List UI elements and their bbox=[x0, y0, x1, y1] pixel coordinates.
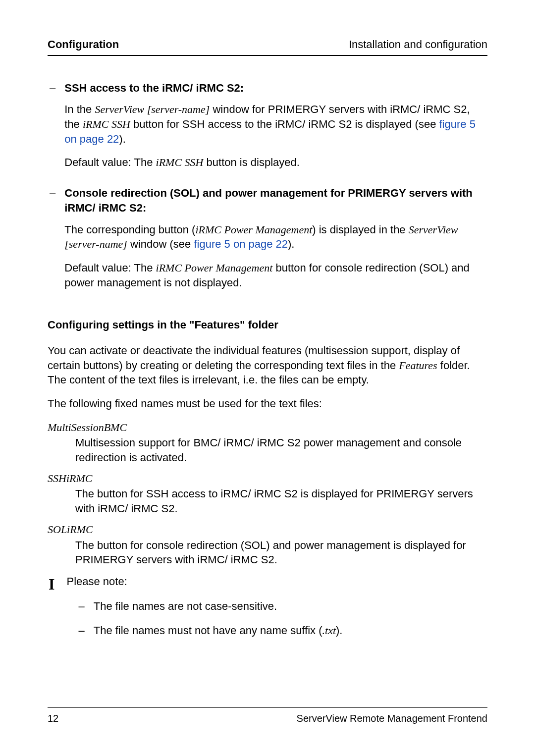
def-body-solirmc: The button for console redirection (SOL)… bbox=[75, 538, 487, 567]
paragraph: The following fixed names must be used f… bbox=[48, 396, 487, 411]
bullet-item-ssh: – SSH access to the iRMC/ iRMC S2: In th… bbox=[48, 81, 487, 179]
paragraph: You can activate or deactivate the indiv… bbox=[48, 343, 487, 387]
def-term-sshirmc: SSHiRMC bbox=[48, 471, 487, 486]
page-number: 12 bbox=[48, 712, 58, 725]
bullet-dash-icon: – bbox=[78, 599, 84, 614]
note-block: I Please note: – The file names are not … bbox=[48, 574, 487, 638]
bullet-dash-icon: – bbox=[50, 186, 55, 201]
info-icon: I bbox=[49, 576, 54, 638]
def-body-sshirmc: The button for SSH access to iRMC/ iRMC … bbox=[75, 486, 487, 516]
note-bullet: – The file names must not have any name … bbox=[78, 623, 487, 638]
note-bullet: – The file names are not case-sensitive. bbox=[78, 599, 487, 614]
def-body-multisession: Multisession support for BMC/ iRMC/ iRMC… bbox=[75, 435, 487, 465]
note-content: Please note: – The file names are not ca… bbox=[66, 574, 487, 638]
link-figure5[interactable]: figure 5 on page 22 bbox=[194, 238, 288, 250]
note-lead: Please note: bbox=[66, 574, 487, 589]
paragraph: The corresponding button (iRMC Power Man… bbox=[64, 222, 487, 252]
def-term-solirmc: SOLiRMC bbox=[48, 522, 487, 537]
bullet-content: Console redirection (SOL) and power mana… bbox=[64, 186, 487, 299]
footer-title: ServerView Remote Management Frontend bbox=[297, 712, 487, 725]
def-term-multisession: MultiSessionBMC bbox=[48, 420, 487, 435]
bullet-title-sol: Console redirection (SOL) and power mana… bbox=[64, 186, 487, 215]
bullet-title-ssh: SSH access to the iRMC/ iRMC S2: bbox=[64, 81, 487, 96]
bullet-dash-icon: – bbox=[78, 623, 84, 638]
heading-features: Configuring settings in the "Features" f… bbox=[48, 318, 487, 332]
header-chapter-title: Installation and configuration bbox=[349, 37, 487, 52]
page-footer: 12 ServerView Remote Management Frontend bbox=[48, 707, 487, 725]
bullet-content: SSH access to the iRMC/ iRMC S2: In the … bbox=[64, 81, 487, 179]
header-section-title: Configuration bbox=[48, 37, 119, 52]
paragraph: In the ServerView [server-name] window f… bbox=[64, 102, 487, 146]
bullet-dash-icon: – bbox=[50, 81, 55, 96]
paragraph: Default value: The iRMC SSH button is di… bbox=[64, 155, 487, 170]
paragraph: Default value: The iRMC Power Management… bbox=[64, 261, 487, 290]
page-header: Configuration Installation and configura… bbox=[48, 37, 487, 56]
bullet-item-sol: – Console redirection (SOL) and power ma… bbox=[48, 186, 487, 299]
